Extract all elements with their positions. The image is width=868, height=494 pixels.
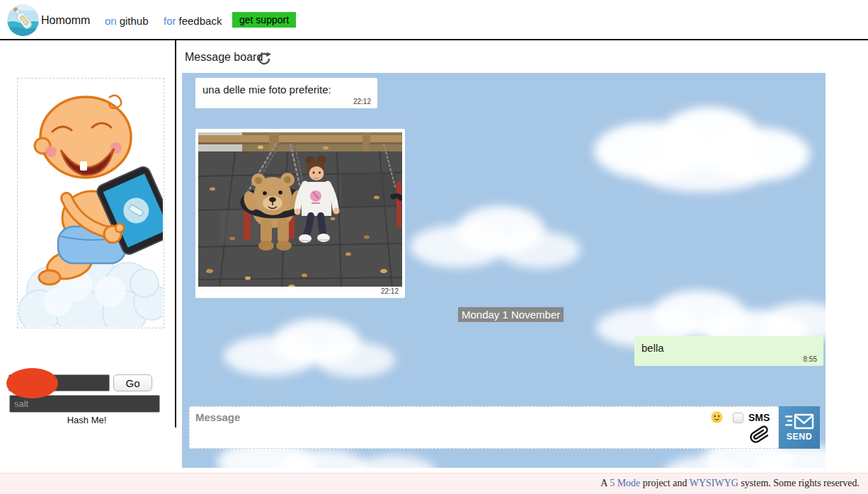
message-time: 22:12 [381,287,399,295]
sms-checkbox[interactable] [733,413,743,423]
app-title: Homomm [41,14,90,27]
send-button[interactable]: SEND [779,406,820,449]
photo-message-bubble: 22:12 [195,129,405,298]
wysiwyg-link[interactable]: WYSIWYG [690,478,738,488]
board-title: Message board [185,51,263,64]
date-divider: Monday 1 November [458,307,564,322]
message-text: bella [641,342,664,354]
message-input[interactable] [190,407,699,447]
feedback-link-label: feedback [179,15,222,27]
redaction-oval [6,368,58,398]
five-mode-link[interactable]: 5 Mode [610,478,640,488]
message-time: 8:55 [804,355,817,363]
message-bubble-left: una delle mie foto preferite: 22:12 [195,78,377,108]
app-logo-icon [7,4,39,36]
chat-photo[interactable] [198,132,402,287]
message-composer: SMS [189,406,779,449]
get-support-button[interactable]: get support [232,12,296,28]
footer-text: project and [640,478,689,488]
baby-illustration-frame [17,78,164,328]
footer: A 5 Mode project and WYSIWYG system. Som… [0,473,868,494]
app-header: Homomm ongithub forfeedback get support [0,0,868,40]
go-button[interactable]: Go [113,374,152,391]
github-link-label: github [120,15,149,27]
refresh-icon[interactable] [256,52,272,66]
sidebar-divider [175,40,176,427]
message-bubble-right: bella 8:55 [634,336,823,366]
feedback-link[interactable]: forfeedback [164,15,222,27]
chat-area: una delle mie foto preferite: 22:12 [182,73,826,468]
baby-on-cloud-illustration [18,79,163,327]
attach-paperclip-icon[interactable] [749,424,770,447]
github-link[interactable]: ongithub [105,15,149,27]
emoji-icon[interactable] [710,411,723,424]
github-link-prefix: on [105,15,117,27]
message-time: 22:12 [353,98,371,105]
send-envelope-icon [784,413,814,430]
message-text: una delle mie foto preferite: [202,84,331,96]
footer-text: system. Some rights reserved. [738,478,860,488]
feedback-link-prefix: for [164,15,176,27]
send-button-label: SEND [787,432,813,442]
hash-me-label: Hash Me! [0,415,173,425]
footer-text: A [600,478,610,488]
